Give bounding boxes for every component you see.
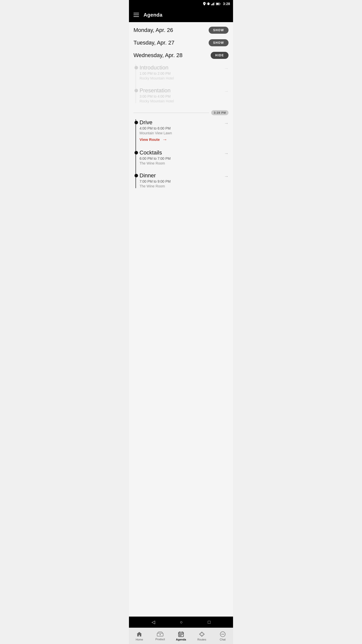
event-content-drive: Drive 4:00 PM to 6:00 PM Mountain View L…	[140, 119, 229, 142]
event-dot-dinner	[134, 174, 138, 177]
svg-rect-4	[212, 4, 213, 5]
view-route-arrow-icon: →	[162, 137, 167, 142]
svg-rect-8	[216, 3, 219, 5]
event-arrow-cocktails[interactable]: →	[224, 151, 229, 156]
event-arrow-dinner[interactable]: →	[224, 174, 229, 179]
event-time-dinner: 7:00 PM to 9:00 PM	[140, 179, 222, 183]
event-location-drive: Mountain View Lawn	[140, 131, 222, 135]
show-button-tuesday[interactable]: SHOW	[209, 39, 229, 46]
now-line	[133, 113, 209, 113]
event-dinner: Dinner 7:00 PM to 9:00 PM The Wine Room …	[140, 172, 229, 188]
now-divider: 3:28 PM	[133, 110, 229, 115]
event-name-introduction: Introduction	[140, 64, 222, 71]
now-badge: 3:28 PM	[211, 110, 229, 115]
vibrate-icon	[207, 2, 210, 6]
svg-rect-1	[207, 3, 207, 5]
status-time: 3:28	[223, 2, 230, 6]
event-arrow-drive[interactable]: →	[224, 121, 229, 126]
past-timeline-line	[135, 64, 136, 103]
svg-rect-0	[208, 3, 209, 5]
event-dot-cocktails	[134, 151, 138, 154]
day-header-monday: Monday, Apr. 26 SHOW	[133, 27, 229, 34]
view-route-label: View Route	[140, 137, 160, 142]
event-drive: Drive 4:00 PM to 6:00 PM Mountain View L…	[140, 119, 229, 142]
content-area: Monday, Apr. 26 SHOW Tuesday, Apr. 27 SH…	[129, 22, 233, 628]
event-location-presentation: Rocky Mountain Hotel	[140, 99, 222, 103]
location-icon	[203, 2, 206, 6]
home-button[interactable]: ○	[180, 620, 183, 625]
event-arrow-introduction[interactable]: →	[224, 66, 229, 71]
svg-rect-6	[214, 2, 215, 5]
recents-button[interactable]: □	[208, 620, 210, 625]
event-content-dinner: Dinner 7:00 PM to 9:00 PM The Wine Room …	[140, 172, 229, 188]
day-section-monday: Monday, Apr. 26 SHOW	[133, 27, 229, 34]
svg-rect-9	[220, 3, 220, 4]
hide-button-wednesday[interactable]: HIDE	[211, 52, 229, 59]
event-location-introduction: Rocky Mountain Hotel	[140, 76, 222, 80]
event-arrow-presentation[interactable]: →	[224, 89, 229, 94]
event-location-cocktails: The Wine Room	[140, 161, 222, 165]
event-time-introduction: 1:00 PM to 2:00 PM	[140, 71, 222, 75]
event-info-cocktails: Cocktails 6:00 PM to 7:00 PM The Wine Ro…	[140, 149, 222, 165]
event-info-drive: Drive 4:00 PM to 6:00 PM Mountain View L…	[140, 119, 222, 142]
event-name-drive: Drive	[140, 119, 222, 126]
event-name-cocktails: Cocktails	[140, 149, 222, 156]
future-events-section: Drive 4:00 PM to 6:00 PM Mountain View L…	[133, 119, 229, 188]
event-content-presentation: Presentation 3:00 PM to 4:00 PM Rocky Mo…	[140, 87, 229, 103]
event-presentation: Presentation 3:00 PM to 4:00 PM Rocky Mo…	[140, 87, 229, 103]
battery-icon	[216, 3, 220, 5]
event-content-introduction: Introduction 1:00 PM to 2:00 PM Rocky Mo…	[140, 64, 229, 80]
event-dot-presentation	[134, 89, 138, 92]
event-time-drive: 4:00 PM to 6:00 PM	[140, 126, 222, 130]
day-title-monday: Monday, Apr. 26	[133, 27, 173, 33]
event-dot-drive	[134, 121, 138, 124]
event-name-dinner: Dinner	[140, 172, 222, 179]
view-route-button[interactable]: View Route →	[140, 137, 222, 142]
event-info-introduction: Introduction 1:00 PM to 2:00 PM Rocky Mo…	[140, 64, 222, 80]
event-introduction: Introduction 1:00 PM to 2:00 PM Rocky Mo…	[140, 64, 229, 80]
day-header-wednesday: Wednesday, Apr. 28 HIDE	[133, 52, 229, 59]
day-title-wednesday: Wednesday, Apr. 28	[133, 52, 183, 59]
day-section-tuesday: Tuesday, Apr. 27 SHOW	[133, 39, 229, 46]
day-section-wednesday: Wednesday, Apr. 28 HIDE Introduction 1:0…	[133, 52, 229, 188]
event-dot-introduction	[134, 66, 138, 69]
event-info-dinner: Dinner 7:00 PM to 9:00 PM The Wine Room	[140, 172, 222, 188]
svg-rect-3	[211, 4, 212, 5]
android-navigation: ◁ ○ □	[129, 617, 233, 628]
past-events-section: Introduction 1:00 PM to 2:00 PM Rocky Mo…	[133, 64, 229, 103]
signal-icon	[211, 2, 215, 5]
day-header-tuesday: Tuesday, Apr. 27 SHOW	[133, 39, 229, 46]
day-title-tuesday: Tuesday, Apr. 27	[133, 39, 174, 46]
svg-rect-2	[209, 3, 210, 5]
event-time-cocktails: 6:00 PM to 7:00 PM	[140, 156, 222, 160]
event-name-presentation: Presentation	[140, 87, 222, 94]
event-content-cocktails: Cocktails 6:00 PM to 7:00 PM The Wine Ro…	[140, 149, 229, 165]
status-bar: 3:28	[129, 0, 233, 8]
svg-rect-5	[213, 3, 214, 5]
event-info-presentation: Presentation 3:00 PM to 4:00 PM Rocky Mo…	[140, 87, 222, 103]
header-title: Agenda	[144, 12, 162, 18]
show-button-monday[interactable]: SHOW	[209, 27, 229, 34]
event-location-dinner: The Wine Room	[140, 184, 222, 188]
app-header: Agenda	[129, 8, 233, 22]
event-time-presentation: 3:00 PM to 4:00 PM	[140, 94, 222, 98]
back-button[interactable]: ◁	[152, 619, 155, 625]
hamburger-menu[interactable]	[133, 13, 139, 17]
event-cocktails: Cocktails 6:00 PM to 7:00 PM The Wine Ro…	[140, 149, 229, 165]
status-icons	[203, 2, 220, 6]
